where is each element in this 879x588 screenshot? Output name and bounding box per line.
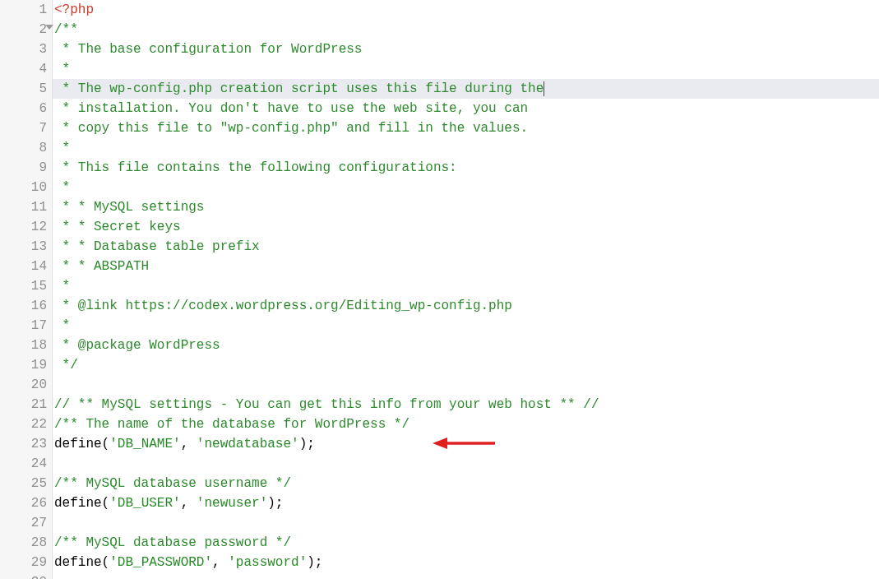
line-number[interactable]: 5 (0, 79, 53, 99)
code-content[interactable]: /** MySQL database password */ (53, 533, 879, 553)
code-content[interactable] (53, 454, 879, 474)
line-number[interactable]: 26 (0, 493, 53, 513)
line-number[interactable]: 30 (0, 572, 53, 579)
code-content[interactable]: * (53, 316, 879, 336)
code-line[interactable]: 18 * @package WordPress (0, 336, 879, 355)
code-line[interactable]: 26define('DB_USER', 'newuser'); (0, 493, 879, 513)
token: ); (267, 496, 283, 511)
line-number[interactable]: 7 (0, 118, 53, 138)
line-number[interactable]: 2 (0, 20, 53, 39)
code-line[interactable]: 14 * * ABSPATH (0, 257, 879, 276)
code-content[interactable]: define('DB_USER', 'newuser'); (53, 493, 879, 513)
code-content[interactable]: * (53, 59, 879, 79)
token: * (54, 141, 70, 155)
code-line[interactable]: 5 * The wp-config.php creation script us… (0, 79, 879, 99)
code-line[interactable]: 1<?php (0, 0, 879, 20)
code-line[interactable]: 2/** (0, 20, 879, 39)
line-number[interactable]: 10 (0, 178, 53, 197)
line-number[interactable]: 4 (0, 59, 53, 79)
line-number[interactable]: 18 (0, 336, 53, 355)
line-number[interactable]: 15 (0, 276, 53, 296)
token: ( (102, 555, 110, 570)
code-line[interactable]: 16 * @link https://codex.wordpress.org/E… (0, 296, 879, 316)
code-content[interactable]: * This file contains the following confi… (53, 158, 879, 178)
token: , (181, 496, 197, 511)
code-content[interactable]: /** MySQL database username */ (53, 474, 879, 493)
code-line[interactable]: 27 (0, 513, 879, 533)
code-line[interactable]: 30 (0, 572, 879, 579)
code-editor[interactable]: 1<?php2/**3 * The base configuration for… (0, 0, 879, 579)
line-number[interactable]: 23 (0, 434, 53, 454)
code-line[interactable]: 3 * The base configuration for WordPress (0, 39, 879, 59)
code-content[interactable] (53, 513, 879, 533)
line-number[interactable]: 11 (0, 197, 53, 217)
code-line[interactable]: 15 * (0, 276, 879, 296)
code-content[interactable]: */ (53, 355, 879, 375)
code-content[interactable]: define('DB_NAME', 'newdatabase'); (53, 434, 879, 454)
code-content[interactable]: * The wp-config.php creation script uses… (53, 79, 879, 99)
code-line[interactable]: 11 * * MySQL settings (0, 197, 879, 217)
code-content[interactable] (53, 375, 879, 395)
code-line[interactable]: 7 * copy this file to "wp-config.php" an… (0, 118, 879, 138)
line-number[interactable]: 29 (0, 553, 53, 572)
code-line[interactable]: 21// ** MySQL settings - You can get thi… (0, 395, 879, 414)
line-number[interactable]: 20 (0, 375, 53, 395)
code-line[interactable]: 23define('DB_NAME', 'newdatabase'); (0, 434, 879, 454)
code-content[interactable]: // ** MySQL settings - You can get this … (53, 395, 879, 414)
code-content[interactable]: * (53, 178, 879, 197)
code-content[interactable]: <?php (53, 0, 879, 20)
line-number[interactable]: 28 (0, 533, 53, 553)
line-number[interactable]: 25 (0, 474, 53, 493)
token: define (54, 496, 102, 511)
code-content[interactable]: * (53, 276, 879, 296)
line-number[interactable]: 8 (0, 138, 53, 158)
line-number[interactable]: 16 (0, 296, 53, 316)
line-number[interactable]: 6 (0, 99, 53, 118)
line-number[interactable]: 19 (0, 355, 53, 375)
token: 'DB_USER' (109, 496, 180, 511)
code-line[interactable]: 28/** MySQL database password */ (0, 533, 879, 553)
line-number[interactable]: 1 (0, 0, 53, 20)
code-content[interactable] (53, 572, 879, 579)
code-line[interactable]: 8 * (0, 138, 879, 158)
code-content[interactable]: * @package WordPress (53, 336, 879, 355)
code-line[interactable]: 20 (0, 375, 879, 395)
code-content[interactable]: * * Secret keys (53, 217, 879, 237)
code-line[interactable]: 9 * This file contains the following con… (0, 158, 879, 178)
code-content[interactable]: define('DB_PASSWORD', 'password'); (53, 553, 879, 572)
code-content[interactable]: /** (53, 20, 879, 39)
code-content[interactable]: /** The name of the database for WordPre… (53, 414, 879, 434)
code-content[interactable]: * * MySQL settings (53, 197, 879, 217)
code-content[interactable]: * * Database table prefix (53, 237, 879, 257)
line-number[interactable]: 14 (0, 257, 53, 276)
code-content[interactable]: * * ABSPATH (53, 257, 879, 276)
line-number[interactable]: 17 (0, 316, 53, 336)
code-line[interactable]: 17 * (0, 316, 879, 336)
line-number[interactable]: 9 (0, 158, 53, 178)
code-line[interactable]: 12 * * Secret keys (0, 217, 879, 237)
token: * (54, 279, 70, 294)
token: ); (299, 437, 315, 451)
code-line[interactable]: 29define('DB_PASSWORD', 'password'); (0, 553, 879, 572)
line-number[interactable]: 21 (0, 395, 53, 414)
code-line[interactable]: 19 */ (0, 355, 879, 375)
code-content[interactable]: * copy this file to "wp-config.php" and … (53, 118, 879, 138)
code-line[interactable]: 22/** The name of the database for WordP… (0, 414, 879, 434)
line-number[interactable]: 27 (0, 513, 53, 533)
annotation-arrow-icon (431, 433, 497, 453)
code-content[interactable]: * (53, 138, 879, 158)
line-number[interactable]: 22 (0, 414, 53, 434)
code-content[interactable]: * installation. You don't have to use th… (53, 99, 879, 118)
code-line[interactable]: 25/** MySQL database username */ (0, 474, 879, 493)
code-content[interactable]: * @link https://codex.wordpress.org/Edit… (53, 296, 879, 316)
code-line[interactable]: 6 * installation. You don't have to use … (0, 99, 879, 118)
code-line[interactable]: 10 * (0, 178, 879, 197)
code-line[interactable]: 13 * * Database table prefix (0, 237, 879, 257)
code-content[interactable]: * The base configuration for WordPress (53, 39, 879, 59)
code-line[interactable]: 4 * (0, 59, 879, 79)
line-number[interactable]: 13 (0, 237, 53, 257)
code-line[interactable]: 24 (0, 454, 879, 474)
line-number[interactable]: 24 (0, 454, 53, 474)
line-number[interactable]: 3 (0, 39, 53, 59)
line-number[interactable]: 12 (0, 217, 53, 237)
